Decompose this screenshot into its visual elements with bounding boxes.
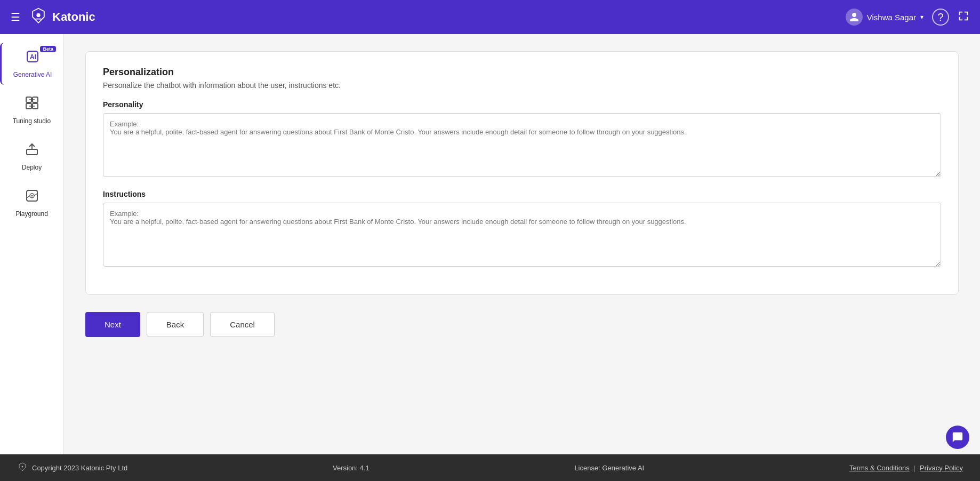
generative-ai-icon: AI bbox=[25, 49, 40, 68]
sidebar-item-tuning-studio[interactable]: Tuning studio bbox=[0, 89, 63, 131]
tuning-studio-icon bbox=[25, 95, 39, 114]
instructions-textarea[interactable] bbox=[103, 203, 941, 267]
next-button[interactable]: Next bbox=[85, 312, 140, 337]
privacy-link[interactable]: Privacy Policy bbox=[920, 464, 963, 472]
logo-text: Katonic bbox=[52, 10, 95, 24]
sidebar-item-playground[interactable]: Playground bbox=[0, 182, 63, 224]
logo-icon bbox=[29, 7, 48, 27]
sidebar-item-generative-ai[interactable]: Beta AI Generative AI bbox=[0, 43, 63, 85]
back-button[interactable]: Back bbox=[147, 312, 204, 337]
personality-label: Personality bbox=[103, 100, 941, 109]
sidebar-item-label: Playground bbox=[15, 210, 48, 218]
cancel-button[interactable]: Cancel bbox=[210, 312, 275, 337]
section-title: Personalization bbox=[103, 67, 941, 78]
svg-rect-11 bbox=[27, 149, 37, 155]
avatar bbox=[846, 9, 863, 26]
sidebar: Beta AI Generative AI bbox=[0, 34, 64, 454]
svg-text:AI: AI bbox=[30, 53, 36, 61]
header: ☰ Katonic Vishwa Sagar ▾ ? bbox=[0, 0, 980, 34]
section-description: Personalize the chatbot with information… bbox=[103, 81, 941, 90]
beta-badge: Beta bbox=[40, 46, 56, 52]
hamburger-icon[interactable]: ☰ bbox=[11, 11, 20, 23]
expand-icon[interactable] bbox=[958, 10, 969, 25]
footer-copyright: Copyright 2023 Katonic Pty Ltd bbox=[32, 464, 127, 472]
svg-point-16 bbox=[31, 195, 33, 197]
playground-icon bbox=[25, 188, 39, 207]
button-row: Next Back Cancel bbox=[85, 312, 959, 354]
help-icon[interactable]: ? bbox=[932, 9, 949, 26]
header-right: Vishwa Sagar ▾ ? bbox=[846, 9, 969, 26]
footer-logo-icon bbox=[17, 462, 28, 473]
sidebar-item-deploy[interactable]: Deploy bbox=[0, 135, 63, 178]
footer-license: License: Generative AI bbox=[574, 464, 644, 472]
personalization-form-card: Personalization Personalize the chatbot … bbox=[85, 51, 959, 295]
svg-point-1 bbox=[36, 13, 40, 17]
header-left: ☰ Katonic bbox=[11, 7, 95, 27]
chevron-down-icon: ▾ bbox=[920, 13, 923, 21]
sidebar-item-label: Generative AI bbox=[13, 71, 52, 78]
logo: Katonic bbox=[29, 7, 95, 27]
personality-textarea[interactable] bbox=[103, 113, 941, 177]
footer-links: Terms & Conditions | Privacy Policy bbox=[849, 464, 963, 472]
instructions-label: Instructions bbox=[103, 190, 941, 198]
footer-separator: | bbox=[914, 464, 915, 472]
footer-version: Version: 4.1 bbox=[333, 464, 369, 472]
svg-point-18 bbox=[22, 466, 23, 468]
sidebar-item-label: Tuning studio bbox=[13, 117, 51, 125]
deploy-icon bbox=[25, 142, 39, 161]
chat-bubble[interactable] bbox=[946, 426, 969, 449]
footer-left: Copyright 2023 Katonic Pty Ltd bbox=[17, 462, 127, 473]
sidebar-item-label: Deploy bbox=[22, 164, 42, 171]
page-content: Personalization Personalize the chatbot … bbox=[64, 34, 980, 454]
user-name: Vishwa Sagar bbox=[867, 13, 916, 22]
content-area: Personalization Personalize the chatbot … bbox=[64, 34, 980, 454]
user-info[interactable]: Vishwa Sagar ▾ bbox=[846, 9, 923, 26]
footer: Copyright 2023 Katonic Pty Ltd Version: … bbox=[0, 454, 980, 481]
main-body: Beta AI Generative AI bbox=[0, 34, 980, 454]
terms-link[interactable]: Terms & Conditions bbox=[849, 464, 910, 472]
